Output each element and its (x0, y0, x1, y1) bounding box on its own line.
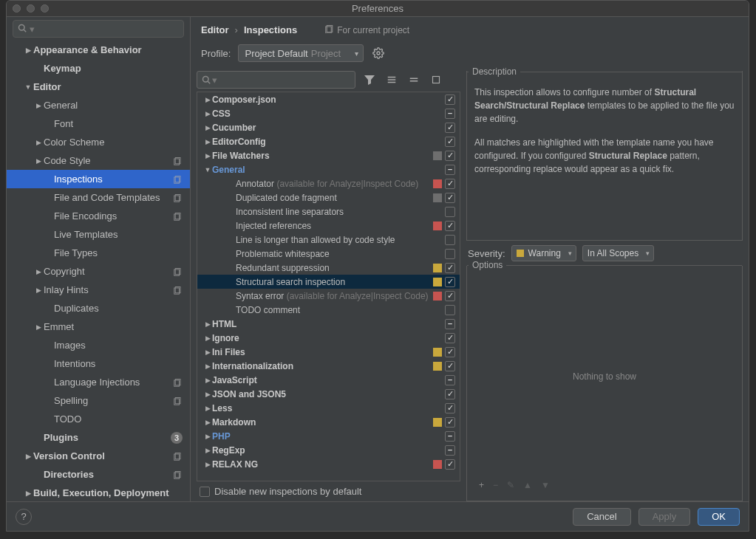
profile-gear-icon[interactable] (371, 46, 386, 61)
inspection-checkbox[interactable] (445, 417, 455, 428)
sidebar-item[interactable]: Images (7, 336, 190, 354)
inspection-checkbox[interactable] (445, 137, 455, 147)
disable-new-row[interactable]: Disable new inspections by default (197, 481, 460, 501)
inspection-checkbox[interactable] (445, 165, 455, 175)
severity-select[interactable]: Warning (511, 245, 576, 261)
help-button[interactable]: ? (16, 509, 32, 525)
reset-icon[interactable] (428, 72, 444, 88)
inspection-checkbox[interactable] (445, 109, 455, 119)
sidebar-item[interactable]: File Types (7, 244, 190, 262)
inspection-checkbox[interactable] (445, 403, 455, 413)
remove-icon[interactable]: − (493, 480, 498, 490)
sidebar-item[interactable]: Language Injections (7, 373, 190, 391)
inspection-checkbox[interactable] (445, 249, 455, 259)
sidebar-item[interactable]: File Encodings (7, 207, 190, 225)
sidebar-item[interactable]: ▶Appearance & Behavior (7, 41, 190, 59)
sidebar-item[interactable]: ▶Emmet (7, 317, 190, 336)
inspection-checkbox[interactable] (445, 361, 455, 371)
sidebar-item[interactable]: Inspections (7, 170, 190, 188)
edit-icon[interactable]: ✎ (507, 480, 514, 490)
sidebar-item[interactable]: ▶General (7, 96, 190, 114)
sidebar-item[interactable]: Font (7, 114, 190, 133)
inspection-row[interactable]: ▶Cucumber (197, 120, 460, 134)
inspection-row[interactable]: Duplicated code fragment (197, 190, 460, 205)
inspection-checkbox[interactable] (445, 179, 455, 189)
add-icon[interactable]: + (479, 480, 484, 490)
sidebar-item[interactable]: Plugins3 (7, 428, 190, 447)
inspection-row[interactable]: ▼General (197, 162, 460, 176)
filter-icon[interactable] (361, 72, 378, 88)
inspection-checkbox[interactable] (445, 235, 455, 245)
inspection-checkbox[interactable] (445, 123, 455, 133)
inspections-tree[interactable]: ▶Composer.json▶CSS▶Cucumber▶EditorConfig… (197, 92, 460, 481)
inspection-checkbox[interactable] (445, 193, 455, 203)
inspection-row[interactable]: ▶Ini Files (197, 345, 460, 359)
sidebar-item[interactable]: Duplicates (7, 299, 190, 317)
inspection-row[interactable]: ▶Markdown (197, 415, 460, 429)
sidebar-item[interactable]: ▶Color Scheme (7, 133, 190, 151)
inspection-row[interactable]: Structural search inspection (197, 275, 460, 289)
inspection-checkbox[interactable] (445, 333, 455, 343)
sidebar-item[interactable]: Spelling (7, 391, 190, 410)
inspection-row[interactable]: TODO comment (197, 303, 460, 317)
inspection-row[interactable]: Redundant suppression (197, 261, 460, 275)
inspection-row[interactable]: ▶Internationalization (197, 359, 460, 373)
inspection-row[interactable]: ▶RegExp (197, 443, 460, 457)
ok-button[interactable]: OK (698, 508, 740, 526)
inspection-checkbox[interactable] (445, 221, 455, 231)
sidebar-item[interactable]: Directories (7, 465, 190, 484)
profile-select[interactable]: Project Default Project (238, 44, 364, 62)
inspection-checkbox[interactable] (445, 319, 455, 329)
inspection-row[interactable]: ▶HTML (197, 317, 460, 331)
inspection-checkbox[interactable] (445, 459, 455, 470)
inspection-row[interactable]: ▶PHP (197, 429, 460, 443)
inspection-checkbox[interactable] (445, 347, 455, 357)
collapse-all-icon[interactable] (406, 72, 422, 88)
inspection-row[interactable]: Annotator (available for Analyze|Inspect… (197, 176, 460, 190)
sidebar-item[interactable]: File and Code Templates (7, 188, 190, 207)
sidebar-item[interactable]: ▶Inlay Hints (7, 281, 190, 299)
inspection-checkbox[interactable] (445, 95, 455, 105)
inspection-checkbox[interactable] (445, 431, 455, 442)
sidebar-item[interactable]: Intentions (7, 354, 190, 373)
sidebar-search-input[interactable]: ▾ (13, 20, 184, 38)
sidebar-item[interactable]: ▶Code Style (7, 151, 190, 170)
cancel-button[interactable]: Cancel (573, 508, 630, 526)
crumb-editor[interactable]: Editor (201, 24, 229, 35)
inspection-row[interactable]: Inconsistent line separators (197, 205, 460, 219)
inspection-checkbox[interactable] (445, 277, 455, 287)
inspection-row[interactable]: ▶JSON and JSON5 (197, 387, 460, 401)
sidebar-item[interactable]: Keymap (7, 59, 190, 78)
inspection-row[interactable]: ▶Composer.json (197, 92, 460, 106)
move-up-icon[interactable]: ▲ (523, 480, 532, 490)
inspection-checkbox[interactable] (445, 305, 455, 315)
inspection-checkbox[interactable] (445, 151, 455, 161)
move-down-icon[interactable]: ▼ (541, 480, 550, 490)
inspection-row[interactable]: Problematic whitespace (197, 247, 460, 261)
inspection-row[interactable]: Syntax error (available for Analyze|Insp… (197, 289, 460, 303)
inspection-row[interactable]: ▶RELAX NG (197, 457, 460, 471)
inspection-checkbox[interactable] (445, 207, 455, 217)
inspection-row[interactable]: ▶EditorConfig (197, 134, 460, 148)
inspection-row[interactable]: ▶CSS (197, 106, 460, 120)
inspection-checkbox[interactable] (445, 445, 455, 456)
inspection-row[interactable]: ▶Less (197, 401, 460, 415)
inspections-search-input[interactable]: ▾ (197, 71, 355, 89)
apply-button[interactable]: Apply (638, 508, 691, 526)
sidebar-item[interactable]: ▶Build, Execution, Deployment (7, 484, 190, 501)
sidebar-item[interactable]: ▶Copyright (7, 262, 190, 281)
inspection-row[interactable]: ▶File Watchers (197, 148, 460, 162)
sidebar-item[interactable]: ▶Version Control (7, 447, 190, 465)
inspection-checkbox[interactable] (445, 389, 455, 399)
inspection-row[interactable]: ▶Ignore (197, 331, 460, 345)
inspection-row[interactable]: Line is longer than allowed by code styl… (197, 233, 460, 247)
sidebar-item[interactable]: TODO (7, 410, 190, 428)
sidebar-item[interactable]: ▼Editor (7, 78, 190, 96)
inspection-checkbox[interactable] (445, 375, 455, 385)
expand-all-icon[interactable] (384, 72, 400, 88)
inspection-checkbox[interactable] (445, 263, 455, 273)
disable-new-checkbox[interactable] (200, 487, 210, 497)
inspection-row[interactable]: ▶JavaScript (197, 373, 460, 387)
scope-select[interactable]: In All Scopes (582, 245, 654, 261)
sidebar-item[interactable]: Live Templates (7, 225, 190, 244)
